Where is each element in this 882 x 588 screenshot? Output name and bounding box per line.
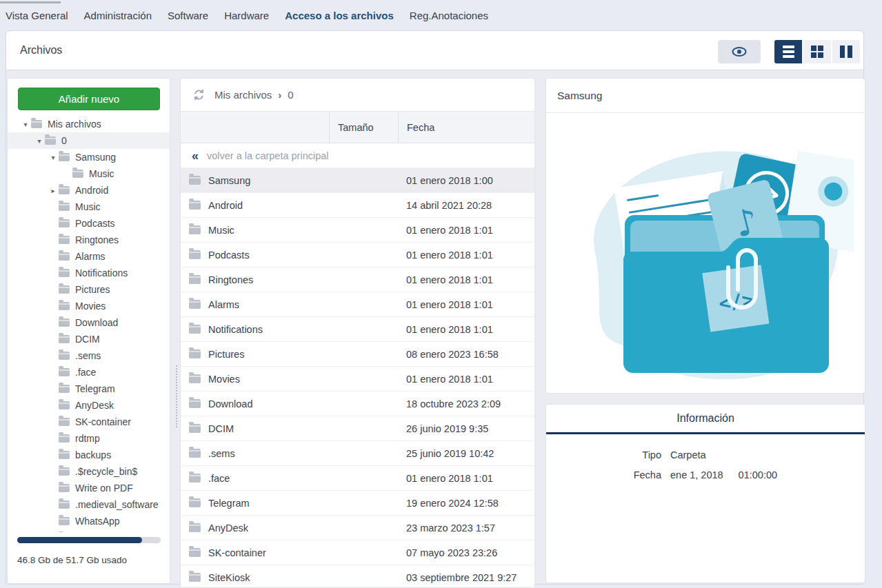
file-row-android[interactable]: Android14 abril 2021 20:28 (181, 193, 534, 218)
folder-icon (59, 434, 70, 443)
tree-item-face[interactable]: .face (8, 364, 170, 381)
file-name-label: Alarms (208, 299, 239, 310)
tree-item-medieval-software[interactable]: .medieval_software (8, 496, 170, 513)
file-row-podcasts[interactable]: Podcasts01 enero 2018 1:01 (181, 243, 534, 267)
folder-icon (59, 335, 70, 343)
file-date-cell: 07 mayo 2023 23:26 (398, 547, 534, 558)
tree-item-label: Mis archivos (48, 119, 101, 130)
file-name-cell: AnyDesk (181, 523, 329, 534)
nav-item-administraci-n[interactable]: Administración (84, 10, 152, 21)
file-row-samsung[interactable]: Samsung01 enero 2018 1:00 (181, 168, 534, 193)
tree-item-music[interactable]: Music (8, 199, 170, 215)
file-row-sitekiosk[interactable]: SiteKiosk03 septiembre 2021 9:27 (181, 565, 534, 588)
file-name-label: Telegram (208, 498, 250, 509)
grid-view-button[interactable] (803, 40, 831, 63)
tree-item-backups[interactable]: backups (8, 447, 170, 463)
back-to-parent-row[interactable]: « volver a la carpeta principal (181, 143, 534, 168)
breadcrumb-item-mis-archivos[interactable]: Mis archivos (214, 89, 272, 101)
folder-icon (189, 449, 201, 458)
file-name-label: Podcasts (208, 250, 250, 261)
tree-item-samsung[interactable]: ▾Samsung (8, 149, 170, 165)
tree-item-music[interactable]: Music (8, 165, 170, 182)
tree-item-alarms[interactable]: Alarms (8, 248, 170, 265)
folder-icon (59, 236, 70, 244)
file-date-cell: 26 junio 2019 9:35 (398, 423, 534, 434)
tree-item-documents[interactable]: Documents (8, 529, 170, 532)
folder-icon (59, 203, 70, 211)
file-row-alarms[interactable]: Alarms01 enero 2018 1:01 (181, 292, 534, 317)
folder-icon (59, 252, 70, 261)
tree-item-mis-archivos[interactable]: ▾Mis archivos (8, 116, 170, 132)
storage-usage-bar[interactable] (17, 537, 161, 543)
tree-item-download[interactable]: Download (8, 314, 170, 331)
nav-item-acceso-a-los-archivos[interactable]: Acceso a los archivos (285, 10, 394, 21)
add-new-button[interactable]: Añadir nuevo (18, 88, 160, 110)
tree-item-recycle-bin[interactable]: .$recycle_bin$ (8, 463, 170, 480)
tree-item-label: Notifications (75, 267, 128, 278)
list-view-button[interactable] (774, 40, 802, 63)
file-row-anydesk[interactable]: AnyDesk23 marzo 2023 1:57 (181, 516, 534, 540)
file-row-sk-container[interactable]: SK-container07 mayo 2023 23:26 (181, 540, 534, 565)
tree-item-sems[interactable]: .sems (8, 347, 170, 364)
info-value-time: 01:00:00 (739, 469, 777, 480)
info-label: Fecha (546, 469, 670, 480)
top-nav: Vista GeneralAdministraciónSoftwareHardw… (0, 0, 882, 30)
column-date[interactable]: Fecha (398, 112, 534, 143)
tree-item-podcasts[interactable]: Podcasts (8, 215, 170, 232)
column-view-button[interactable] (832, 40, 860, 63)
tree-item-pictures[interactable]: Pictures (8, 281, 170, 298)
selected-item-title: Samsung (546, 79, 865, 113)
file-row-movies[interactable]: Movies01 enero 2018 1:01 (181, 367, 534, 392)
tree-item-anydesk[interactable]: AnyDesk (8, 397, 170, 414)
tree-item-write-on-pdf[interactable]: Write on PDF (8, 480, 170, 496)
file-row-ringtones[interactable]: Ringtones01 enero 2018 1:01 (181, 267, 534, 292)
refresh-icon[interactable] (193, 89, 205, 101)
file-name-label: .face (208, 473, 230, 484)
info-card: Información TipoCarpetaFechaene 1, 20180… (545, 404, 865, 583)
preview-toggle-button[interactable] (718, 40, 761, 63)
folder-icon (59, 153, 70, 161)
column-view-icon (840, 45, 852, 58)
info-row-fecha: Fechaene 1, 201801:00:00 (546, 469, 865, 480)
nav-item-reg-anotaciones[interactable]: Reg.Anotaciones (410, 10, 488, 21)
folder-icon (189, 498, 201, 507)
file-name-cell: SiteKiosk (181, 572, 329, 583)
eye-icon (731, 45, 748, 58)
tree-item-android[interactable]: ▸Android (8, 182, 170, 199)
file-row-sems[interactable]: .sems25 junio 2019 10:42 (181, 441, 534, 466)
folder-icon (189, 250, 201, 259)
file-name-label: .sems (208, 448, 235, 459)
tree-item-label: Samsung (75, 152, 116, 163)
file-row-face[interactable]: .face01 enero 2018 1:01 (181, 466, 534, 491)
grid-view-icon (811, 45, 823, 58)
tree-item-dcim[interactable]: DCIM (8, 331, 170, 347)
folder-icon (59, 219, 70, 227)
tree-item-label: Movies (75, 301, 106, 312)
preview-card: Samsung (545, 78, 865, 394)
file-row-pictures[interactable]: Pictures08 enero 2023 16:58 (181, 342, 534, 367)
tree-item-label: .$recycle_bin$ (75, 466, 137, 477)
tree-item-rdtmp[interactable]: rdtmp (8, 430, 170, 447)
tree-item-ringtones[interactable]: Ringtones (8, 232, 170, 248)
tree-item-0[interactable]: ▾0 (8, 132, 170, 149)
file-row-dcim[interactable]: DCIM26 junio 2019 9:35 (181, 416, 534, 441)
folder-icon (59, 451, 70, 459)
tree-item-label: Podcasts (75, 218, 115, 229)
nav-item-vista-general[interactable]: Vista General (6, 10, 68, 21)
breadcrumb-item-0[interactable]: 0 (288, 89, 293, 101)
info-header: Información (546, 405, 865, 434)
file-row-download[interactable]: Download18 octubre 2023 2:09 (181, 392, 534, 416)
column-size[interactable]: Tamaño (329, 112, 398, 143)
file-name-cell: DCIM (181, 423, 329, 434)
file-row-telegram[interactable]: Telegram19 enero 2024 12:58 (181, 491, 534, 516)
nav-item-hardware[interactable]: Hardware (224, 10, 269, 21)
tree-item-whatsapp[interactable]: WhatsApp (8, 513, 170, 529)
tree-item-sk-container[interactable]: SK-container (8, 414, 170, 430)
tree-item-notifications[interactable]: Notifications (8, 265, 170, 281)
folder-icon (59, 285, 70, 294)
file-row-notifications[interactable]: Notifications01 enero 2018 1:01 (181, 317, 534, 342)
tree-item-telegram[interactable]: Telegram (8, 381, 170, 397)
tree-item-movies[interactable]: Movies (8, 298, 170, 314)
nav-item-software[interactable]: Software (168, 10, 208, 21)
file-row-music[interactable]: Music01 enero 2018 1:01 (181, 218, 534, 243)
